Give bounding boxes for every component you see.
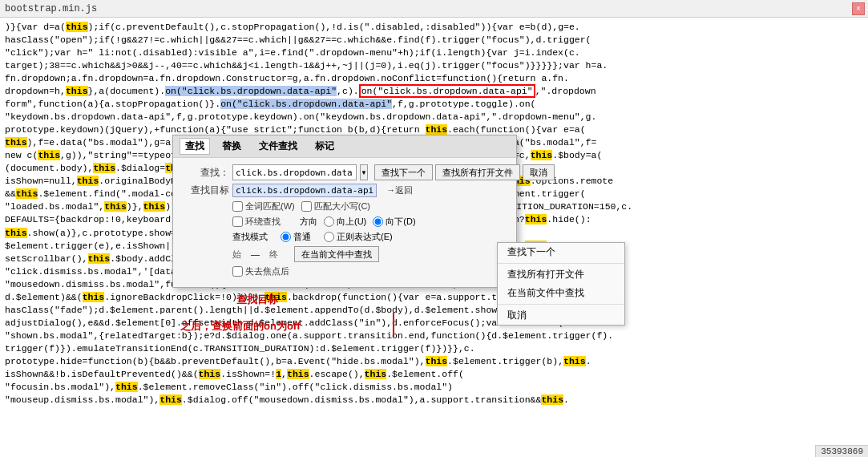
options-row-5: 失去焦点后	[232, 265, 508, 277]
direction-down-radio[interactable]	[373, 216, 383, 227]
wrap-option[interactable]: 环绕查找	[232, 216, 281, 228]
context-menu-item-find-next[interactable]: 查找下一个	[498, 243, 624, 261]
this-keyword-8: this	[93, 163, 115, 173]
this-keyword-4: this	[5, 137, 27, 148]
this-keyword-3: this	[426, 124, 448, 135]
context-menu-item-find-current[interactable]: 在当前文件中查找	[498, 284, 624, 302]
direction-down-option[interactable]: 向下(D)	[373, 216, 415, 228]
wrap-checkbox[interactable]	[232, 216, 243, 227]
dialog-title-bar: 查找 替换 文件查找 标记	[173, 135, 516, 158]
direction-up-option[interactable]: 向上(U)	[324, 216, 366, 228]
tab-file-find[interactable]: 文件查找	[253, 138, 303, 155]
this-keyword-44: this	[159, 394, 182, 405]
wrap-label: 环绕查找	[245, 216, 281, 228]
find-dropdown-button[interactable]: ▼	[360, 164, 368, 180]
find-target-value: click.bs.dropdown.data-api	[232, 184, 377, 197]
tab-mark[interactable]: 标记	[309, 138, 340, 155]
find-input[interactable]	[232, 164, 357, 180]
options-row-4: 始 — 终 在当前文件中查找	[232, 246, 508, 262]
full-match-checkbox[interactable]	[232, 201, 243, 212]
direction-section: 方向 向上(U) 向下(D)	[300, 216, 416, 228]
direction-up-radio[interactable]	[324, 216, 334, 227]
find-row: 查找： ▼ 查找下一个 查找所有打开文件 取消	[181, 164, 508, 180]
this-keyword-41: this	[287, 369, 309, 379]
options-row-1: 全词匹配(W) 匹配大小写(C)	[232, 200, 508, 212]
code-line: form",function(a){a.stopPropagation()}.o…	[5, 98, 863, 111]
this-keyword-39: this	[199, 369, 221, 379]
case-checkbox[interactable]	[301, 201, 312, 212]
this-keyword-42: this	[365, 369, 387, 379]
extended-option[interactable]: 正则表达式(E)	[324, 231, 393, 243]
code-line: "focusin.bs.modal"),this.$element.remove…	[5, 381, 863, 394]
this-keyword-29: this	[88, 253, 111, 264]
code-line: "keydown.bs.dropdown.data-api",f,g.proto…	[5, 111, 863, 123]
find-all-button[interactable]: 查找所有打开文件	[435, 164, 520, 180]
tab-find[interactable]: 查找	[180, 138, 210, 155]
end-label: 终	[269, 249, 278, 261]
this-keyword-22: this	[525, 214, 547, 224]
this-keyword-36: this	[264, 292, 287, 302]
find-target-label: 查找目标	[181, 184, 229, 197]
code-line: isShown&&!b.isDefaultPrevented()&&(this.…	[5, 368, 863, 381]
status-bar: 35393869	[815, 445, 868, 457]
this-keyword-2: this	[66, 86, 88, 96]
case-sensitive-option[interactable]: 匹配大小写(C)	[301, 200, 370, 212]
normal-radio[interactable]	[281, 232, 291, 242]
highlighted-text-1: on("click.bs.dropdown.data-api"	[165, 86, 337, 96]
title-bar: bootstrap.min.js ×	[0, 0, 868, 18]
this-keyword-1: this	[66, 22, 88, 32]
code-line: fn.dropdown;a.fn.dropdown=a.fn.dropdown.…	[5, 72, 863, 85]
this-keyword-5: this	[38, 150, 60, 160]
close-button[interactable]: ×	[852, 2, 865, 15]
start-label: 始	[232, 249, 241, 261]
find-next-button[interactable]: 查找下一个	[374, 164, 433, 180]
find-label: 查找：	[181, 166, 229, 180]
find-replace-dialog: 查找 替换 文件查找 标记 查找： ▼ 查找下一个 查找所有打开文件 取消 查找…	[172, 135, 517, 288]
context-menu: 查找下一个 查找所有打开文件 在当前文件中查找 取消	[497, 242, 625, 326]
find-buttons-group: 查找下一个 查找所有打开文件 取消	[374, 164, 555, 180]
code-line: )}{var d=a(this);if(c.preventDefault(),c…	[5, 21, 863, 34]
menu-divider-1	[498, 263, 624, 264]
cancel-button[interactable]: 取消	[523, 164, 555, 180]
tab-replace[interactable]: 替换	[216, 138, 247, 155]
this-keyword-20: this	[143, 201, 166, 212]
title-bar-filename: bootstrap.min.js	[5, 3, 97, 14]
find-in-current-button[interactable]: 在当前文件中查找	[294, 246, 379, 262]
full-match-label: 全词匹配(W)	[245, 200, 295, 212]
case-label: 匹配大小写(C)	[314, 200, 370, 212]
context-menu-item-cancel[interactable]: 取消	[498, 306, 624, 325]
code-line: trigger(f)}).emulateTransitionEnd(c.TRAN…	[5, 342, 863, 355]
options-row-2: 环绕查找 方向 向上(U) 向下(D)	[232, 216, 508, 228]
code-line: hasClass("open");if(!g&&27!=c.which||g&&…	[5, 34, 863, 47]
code-line: "shown.bs.modal",{relatedTarget:b});e?d.…	[5, 330, 863, 342]
options-row-3: 查找模式 普通 正则表达式(E)	[232, 231, 508, 243]
code-line: hasClass("fade");d.$element.parent().len…	[5, 304, 863, 317]
code-line: adjustDialog(),e&&d.$element[0].offsetWi…	[5, 317, 863, 330]
context-menu-item-find-all[interactable]: 查找所有打开文件	[498, 265, 624, 284]
code-line: "click");var h=" li:not(.disabled):visib…	[5, 47, 863, 59]
this-keyword-45: this	[541, 394, 563, 405]
extended-radio[interactable]	[324, 232, 334, 242]
focus-lost-option[interactable]: 失去焦点后	[232, 265, 289, 277]
this-keyword-38: this	[563, 356, 586, 366]
menu-divider-2	[498, 304, 624, 305]
find-target-row: 查找目标 click.bs.dropdown.data-api →返回	[181, 184, 508, 197]
code-line: target);38==c.which&&j>0&&j--,40==c.whic…	[5, 59, 863, 72]
direction-label: 方向	[300, 216, 317, 228]
regex-label: 查找模式	[232, 231, 268, 243]
this-keyword-35: this	[83, 292, 105, 302]
this-keyword-19: this	[104, 201, 127, 212]
normal-option[interactable]: 普通	[281, 231, 311, 243]
focus-lost-label: 失去焦点后	[245, 265, 289, 277]
status-text: 35393869	[821, 447, 863, 456]
dialog-body: 查找： ▼ 查找下一个 查找所有打开文件 取消 查找目标 click.bs.dr…	[173, 158, 516, 287]
highlighted-text-2: on("click.bs.dropdown.data-api"	[220, 99, 392, 109]
focus-lost-checkbox[interactable]	[232, 266, 243, 277]
full-match-option[interactable]: 全词匹配(W)	[232, 200, 295, 212]
red-box-text: on("click.bs.dropdown.data-api"	[359, 84, 535, 98]
this-keyword-43: this	[115, 382, 138, 392]
this-keyword-16: this	[16, 188, 38, 199]
code-line: prototype.hide=function(b){b&&b.preventD…	[5, 355, 863, 368]
code-line: d.$element)&&(this.ignoreBackdropClick=!…	[5, 291, 863, 304]
code-line: "mouseup.dismiss.bs.modal"),this.$dialog…	[5, 394, 863, 406]
